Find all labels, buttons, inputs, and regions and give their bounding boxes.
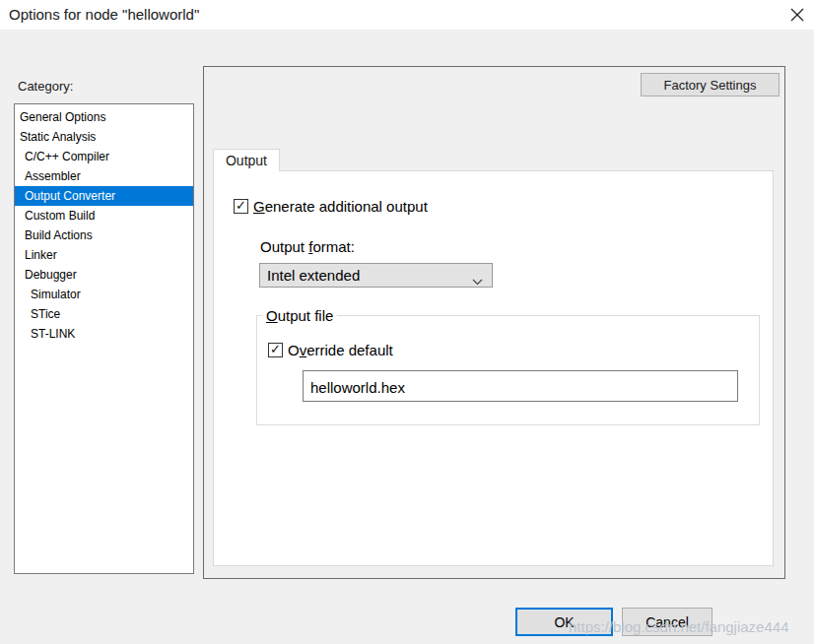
category-item-linker[interactable]: Linker [15, 245, 193, 265]
category-item-static-analysis[interactable]: Static Analysis [15, 127, 193, 147]
generate-additional-output-label: Generate additional output [253, 199, 428, 215]
category-item-stice[interactable]: STice [15, 304, 193, 324]
category-item-simulator[interactable]: Simulator [15, 285, 193, 304]
category-item-build-actions[interactable]: Build Actions [15, 225, 193, 245]
options-dialog: Options for node "helloworld" Category: … [0, 0, 814, 644]
category-label: Category: [18, 79, 73, 94]
output-format-value: Intel extended [267, 267, 360, 284]
generate-additional-output-checkbox[interactable]: ✓ Generate additional output [234, 199, 428, 215]
check-icon: ✓ [236, 199, 246, 212]
output-file-input[interactable] [303, 370, 738, 402]
output-file-group-label: Output file [262, 307, 337, 324]
output-format-dropdown[interactable]: Intel extended [259, 263, 493, 288]
chevron-down-icon [472, 272, 483, 289]
tab-output[interactable]: Output [213, 149, 280, 171]
category-item-custom-build[interactable]: Custom Build [15, 206, 193, 225]
check-icon: ✓ [270, 343, 281, 355]
tab-output-label: Output [226, 153, 267, 168]
category-item-assembler[interactable]: Assembler [15, 166, 193, 186]
ok-button[interactable]: OK [515, 608, 613, 636]
category-item-st-link[interactable]: ST-LINK [15, 324, 193, 344]
override-default-label: Override default [288, 343, 393, 358]
dialog-title: Options for node "helloworld" [9, 6, 199, 23]
category-item-c-c-compiler[interactable]: C/C++ Compiler [15, 147, 193, 166]
factory-settings-button[interactable]: Factory Settings [641, 73, 780, 97]
override-default-checkbox[interactable]: ✓ Override default [268, 343, 393, 358]
title-bar: Options for node "helloworld" [0, 0, 814, 30]
cancel-button[interactable]: Cancel [622, 608, 712, 636]
settings-panel: Factory Settings Output ✓ Generate addit… [203, 66, 785, 579]
category-listbox[interactable]: General OptionsStatic AnalysisC/C++ Comp… [14, 103, 194, 574]
output-file-group: Output file ✓ Override default [256, 315, 760, 425]
category-item-output-converter[interactable]: Output Converter [15, 186, 193, 206]
checkbox-checked-icon: ✓ [268, 343, 283, 357]
output-format-label: Output format: [260, 238, 355, 255]
checkbox-checked-icon: ✓ [234, 199, 248, 214]
tab-content: ✓ Generate additional output Output form… [213, 170, 774, 566]
category-item-general-options[interactable]: General Options [15, 107, 193, 127]
category-item-debugger[interactable]: Debugger [15, 265, 193, 285]
close-icon[interactable] [786, 4, 808, 26]
